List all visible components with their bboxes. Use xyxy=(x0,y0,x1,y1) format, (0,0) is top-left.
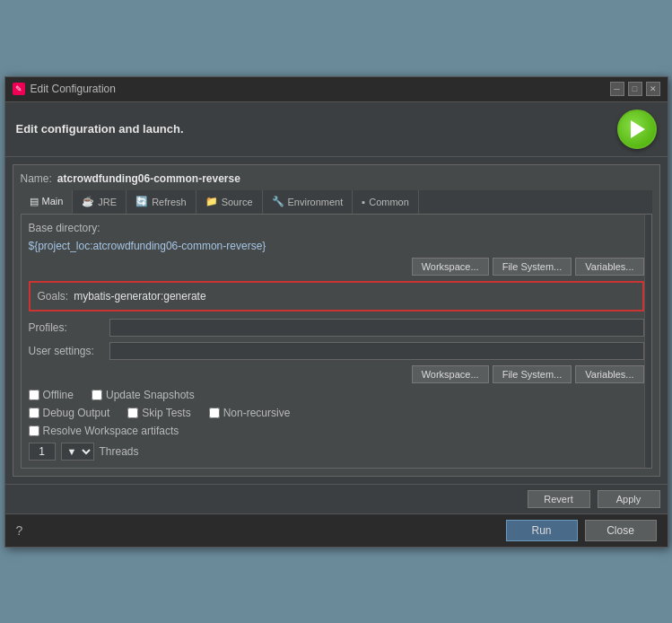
workspace-button-1[interactable]: Workspace... xyxy=(412,258,489,276)
resolve-workspace-checkbox[interactable] xyxy=(29,426,39,436)
run-button[interactable]: Run xyxy=(506,520,578,541)
tab-common[interactable]: ▪ Common xyxy=(353,190,419,214)
skip-tests-checkbox[interactable] xyxy=(127,408,138,418)
apply-button[interactable]: Apply xyxy=(598,490,660,508)
skip-tests-checkbox-item: Skip Tests xyxy=(127,407,190,419)
main-content: Name: atcrowdfunding06-common-reverse ▤ … xyxy=(13,164,660,477)
tab-refresh[interactable]: 🔄 Refresh xyxy=(127,190,196,214)
scroll-bar[interactable] xyxy=(644,215,651,468)
maximize-button[interactable]: □ xyxy=(628,82,642,96)
btn-row-2: Workspace... File System... Variables... xyxy=(29,365,644,383)
tab-jre-label: JRE xyxy=(98,197,117,207)
offline-checkbox[interactable] xyxy=(29,390,39,400)
footer-buttons: Run Close xyxy=(506,520,657,541)
base-directory-value-row: ${project_loc:atcrowdfunding06-common-re… xyxy=(29,240,644,252)
threads-label: Threads xyxy=(100,445,139,458)
non-recursive-checkbox-item: Non-recursive xyxy=(209,407,291,419)
environment-tab-icon: 🔧 xyxy=(272,196,284,207)
user-settings-input[interactable] xyxy=(109,342,644,360)
minimize-button[interactable]: ─ xyxy=(610,82,624,96)
run-launch-button[interactable] xyxy=(617,110,657,149)
user-settings-row: User settings: xyxy=(29,342,644,360)
update-snapshots-label: Update Snapshots xyxy=(106,389,195,401)
dialog: ✎ Edit Configuration ─ □ ✕ Edit configur… xyxy=(4,76,668,548)
name-row: Name: atcrowdfunding06-common-reverse xyxy=(21,172,652,185)
tab-source-label: Source xyxy=(222,197,253,207)
debug-output-checkbox-item: Debug Output xyxy=(29,407,110,419)
base-directory-value: ${project_loc:atcrowdfunding06-common-re… xyxy=(29,240,266,252)
header-title: Edit configuration and launch. xyxy=(16,122,184,136)
name-value: atcrowdfunding06-common-reverse xyxy=(57,172,240,185)
profiles-input[interactable] xyxy=(109,319,644,337)
tab-environment-label: Environment xyxy=(288,197,344,207)
tab-jre[interactable]: ☕ JRE xyxy=(73,190,127,214)
threads-dropdown[interactable]: ▼ xyxy=(61,443,94,461)
threads-row: ▼ Threads xyxy=(29,443,644,461)
checkboxes-section: Offline Update Snapshots Debug Output xyxy=(29,389,644,437)
revert-button[interactable]: Revert xyxy=(528,490,590,508)
update-snapshots-checkbox-item: Update Snapshots xyxy=(92,389,195,401)
tab-main-label: Main xyxy=(42,196,64,206)
refresh-tab-icon: 🔄 xyxy=(135,196,148,207)
goals-label: Goals: xyxy=(38,290,69,303)
user-settings-label: User settings: xyxy=(29,345,109,357)
common-tab-icon: ▪ xyxy=(362,197,365,207)
base-directory-row: Base directory: xyxy=(29,222,644,234)
offline-checkbox-item: Offline xyxy=(29,389,74,401)
header-bar: Edit configuration and launch. xyxy=(5,102,668,157)
tab-main[interactable]: ▤ Main xyxy=(21,190,74,214)
tab-common-label: Common xyxy=(369,197,409,207)
base-directory-label: Base directory: xyxy=(29,222,109,234)
footer-bar: ? Run Close xyxy=(5,513,668,547)
profiles-label: Profiles: xyxy=(29,321,109,334)
tab-refresh-label: Refresh xyxy=(152,197,187,207)
workspace-button-2[interactable]: Workspace... xyxy=(412,365,489,383)
checkbox-row-2: Debug Output Skip Tests Non-recursive xyxy=(29,407,644,419)
dialog-title: Edit Configuration xyxy=(31,83,116,95)
file-system-button-1[interactable]: File System... xyxy=(493,258,572,276)
file-system-button-2[interactable]: File System... xyxy=(493,365,572,383)
panel-scroll: Base directory: ${project_loc:atcrowdfun… xyxy=(29,222,644,461)
skip-tests-label: Skip Tests xyxy=(142,407,190,419)
goals-input[interactable] xyxy=(74,290,634,303)
update-snapshots-checkbox[interactable] xyxy=(92,390,102,400)
name-label: Name: xyxy=(21,172,52,185)
checkbox-row-3: Resolve Workspace artifacts xyxy=(29,425,644,437)
goals-box: Goals: xyxy=(29,281,644,312)
app-icon: ✎ xyxy=(13,83,25,95)
tab-environment[interactable]: 🔧 Environment xyxy=(263,190,353,214)
bottom-bar: Revert Apply xyxy=(5,484,668,513)
main-tab-icon: ▤ xyxy=(30,196,39,207)
non-recursive-label: Non-recursive xyxy=(223,407,291,419)
variables-button-1[interactable]: Variables... xyxy=(575,258,643,276)
close-button[interactable]: ✕ xyxy=(646,82,660,96)
profiles-row: Profiles: xyxy=(29,319,644,337)
debug-output-checkbox[interactable] xyxy=(29,408,39,418)
close-dialog-button[interactable]: Close xyxy=(585,520,657,541)
btn-row-1: Workspace... File System... Variables... xyxy=(29,258,644,276)
tab-source[interactable]: 📁 Source xyxy=(196,190,263,214)
threads-input[interactable] xyxy=(29,443,56,461)
jre-tab-icon: ☕ xyxy=(82,196,94,207)
non-recursive-checkbox[interactable] xyxy=(209,408,220,418)
play-icon xyxy=(631,120,645,138)
offline-label: Offline xyxy=(43,389,74,401)
title-bar: ✎ Edit Configuration ─ □ ✕ xyxy=(5,77,668,102)
resolve-workspace-checkbox-item: Resolve Workspace artifacts xyxy=(29,425,179,437)
checkbox-row-1: Offline Update Snapshots xyxy=(29,389,644,401)
variables-button-2[interactable]: Variables... xyxy=(575,365,643,383)
help-button[interactable]: ? xyxy=(16,523,23,538)
tabs: ▤ Main ☕ JRE 🔄 Refresh 📁 Source 🔧 Enviro… xyxy=(21,190,652,215)
resolve-workspace-label: Resolve Workspace artifacts xyxy=(43,425,179,437)
source-tab-icon: 📁 xyxy=(205,196,218,207)
debug-output-label: Debug Output xyxy=(43,407,110,419)
panel: Base directory: ${project_loc:atcrowdfun… xyxy=(21,215,652,469)
